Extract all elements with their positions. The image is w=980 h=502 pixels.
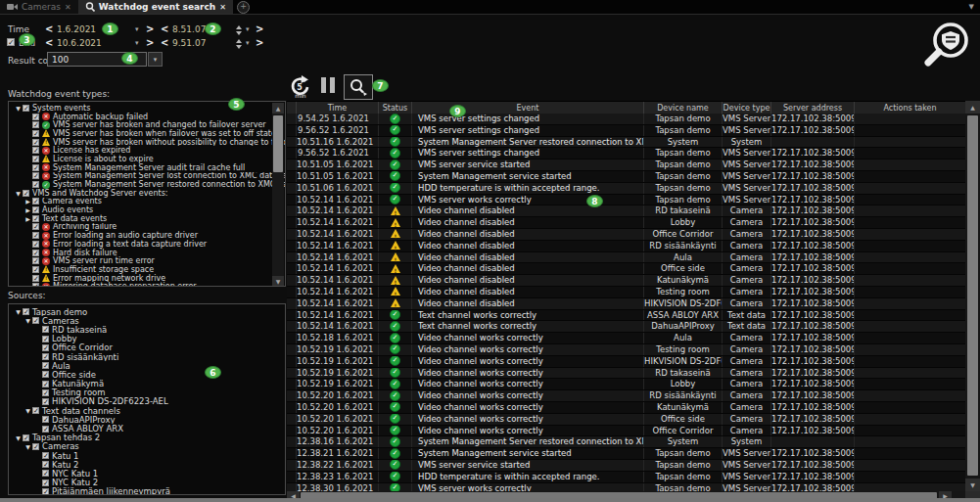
checkbox[interactable]: ✓ [32,147,39,154]
expander-open-icon[interactable]: ▼ [23,443,32,450]
source-item[interactable]: ✓Aula [14,361,285,370]
scroll-up-icon[interactable]: ▲ [272,103,284,114]
source-item[interactable]: ✓RD sisäänkäynti [14,352,285,361]
event-type-item[interactable]: ✓✕Automatic backup failed [14,113,285,121]
tab-cameras-close-icon[interactable]: ✕ [65,3,71,12]
checkbox[interactable]: ✓ [32,275,39,282]
start-time-value[interactable]: 8.51.07 [172,24,206,34]
event-types-scrollbar[interactable]: ▲ ▼ [272,103,284,287]
table-vertical-scrollbar[interactable]: ▲ ▼ [965,101,980,491]
start-time-prev-icon[interactable]: < [161,24,168,34]
expander-open-icon[interactable]: ▼ [14,434,23,441]
column-header-device-type[interactable]: Device type [723,102,771,114]
source-item[interactable]: ✓ASSA ABLOY ARX [14,424,285,433]
checkbox[interactable]: ✓ [32,114,39,120]
checkbox[interactable]: ✓ [42,461,49,468]
table-row[interactable]: 9.54.25 1.6.2021✓VMS server settings cha… [287,114,965,125]
pause-button[interactable] [319,77,337,97]
table-row[interactable]: 10.52.20 1.6.2021✓Video channel works co… [287,390,965,402]
table-row[interactable]: 10.52.19 1.6.2021✓Video channel works co… [287,368,965,380]
column-header-actions-taken[interactable]: Actions taken [855,102,965,114]
column-header-time[interactable]: Time [297,102,379,114]
source-item[interactable]: ▼✓Cameras [14,316,285,325]
checkbox[interactable]: ✓ [32,139,39,146]
event-type-item[interactable]: ✓✕System Management Server audit trail c… [14,163,285,172]
table-row[interactable]: 10.52.14 1.6.2021Video channel disabledR… [287,241,965,252]
column-header-server-address[interactable]: Server address [771,102,855,114]
column-header-event[interactable]: Event [412,102,644,114]
checkbox[interactable]: ✓ [42,488,49,495]
table-row[interactable]: 10.52.14 1.6.2021Video channel disabledT… [287,287,965,298]
expander-closed-icon[interactable]: ▶ [23,215,32,222]
expander-open-icon[interactable]: ▼ [14,105,23,112]
checkbox[interactable]: ✓ [32,443,39,450]
checkbox[interactable]: ✓ [42,470,49,477]
scrollbar-thumb[interactable] [273,115,283,172]
checkbox[interactable]: ✓ [42,362,49,369]
event-type-item[interactable]: ✓✕Error loading an audio capture driver [14,231,285,240]
checkbox[interactable]: ✓ [32,407,39,414]
expander-closed-icon[interactable]: ▶ [23,206,32,213]
checkbox[interactable]: ✓ [42,353,49,360]
source-item[interactable]: ✓DahuaAPIProxy [14,415,285,424]
event-type-item[interactable]: ✓License is about to expire [14,155,285,163]
table-row[interactable]: 10.52.14 1.6.2021Video channel disabledH… [287,298,965,310]
event-type-item[interactable]: ✓✕VMS server run time error [14,256,285,265]
column-header-device-name[interactable]: Device name [644,102,723,114]
checkbox[interactable]: ✓ [42,426,49,433]
source-item[interactable]: ✓Office Corridor [14,343,285,352]
table-row[interactable]: 10.52.20 1.6.2021✓Video channel works co… [287,426,965,437]
checkbox[interactable]: ✓ [42,336,49,342]
table-row[interactable]: 10.52.19 1.6.2021✓Video channel works co… [287,356,965,368]
table-row[interactable]: 10.52.14 1.6.2021✓Text channel works cor… [287,310,965,322]
scroll-down-icon[interactable]: ▼ [272,276,284,287]
event-type-item[interactable]: ✓✓VMS server has broken and changed to f… [14,120,285,129]
start-time-spinner[interactable] [236,25,242,35]
checkbox[interactable]: ✓ [32,198,39,205]
checkbox[interactable]: ✓ [32,164,39,171]
source-item[interactable]: ✓Lobby [14,335,285,343]
start-time-dropdown-icon[interactable]: ▾ [246,25,250,33]
expander-open-icon[interactable]: ▼ [23,317,32,324]
table-row[interactable]: 10.52.14 1.6.2021Video channel disabledK… [287,275,965,287]
expander-closed-icon[interactable]: ▶ [23,198,32,205]
end-time-value[interactable]: 9.51.07 [172,38,206,48]
table-row[interactable]: 10.52.14 1.6.2021Video channel disabledA… [287,252,965,264]
search-button[interactable] [344,74,373,100]
checkbox[interactable]: ✓ [23,105,29,112]
event-type-item[interactable]: ✓✕Error loading a text data capture driv… [14,240,285,249]
event-type-item[interactable]: ▶✓Audio events [14,205,285,214]
source-item[interactable]: ✓RD takaseinä [14,325,285,334]
table-row[interactable]: 10.52.14 1.6.2021Video channel disabledR… [287,205,965,217]
checkbox[interactable]: ✓ [32,232,39,239]
start-time-next-icon[interactable]: > [256,24,263,34]
checkbox[interactable]: ✓ [32,172,39,179]
event-type-item[interactable]: ▶✓Camera events [14,198,285,206]
table-row[interactable]: 12.38.21 1.6.2021✓System Management serv… [287,448,965,460]
scroll-up-icon[interactable]: ▲ [965,101,980,114]
source-item[interactable]: ✓Katu 2 [14,460,285,469]
table-row[interactable]: 10.51.16 1.6.2021✓System Management Serv… [287,137,965,149]
expander-open-icon[interactable]: ▼ [23,407,32,414]
event-type-item[interactable]: ▼✓VMS and Watchdog Server events: [14,189,285,198]
source-item[interactable]: ✓Testing room [14,388,285,397]
new-tab-button[interactable]: + [237,1,250,14]
source-item[interactable]: ▼✓Text data channels [14,406,285,415]
source-item[interactable]: ✓Katu 1 [14,451,285,460]
tab-watchdog-event-search[interactable]: Watchdog event search ✕ [78,0,233,14]
column-header-status[interactable]: Status [379,102,412,114]
event-type-item[interactable]: ✓VMS server has broken without possibili… [14,138,285,147]
table-row[interactable]: 10.51.06 1.6.2021✓HDD temperature is wit… [287,183,965,195]
end-date-prev-icon[interactable]: < [45,38,53,48]
end-time-spinner[interactable] [236,39,242,49]
scroll-down-icon[interactable]: ▼ [965,479,980,491]
expander-open-icon[interactable]: ▼ [14,308,23,315]
end-checkbox[interactable]: ✓ [7,38,15,46]
table-row[interactable]: 9.56.52 1.6.2021✓VMS server settings cha… [287,125,965,137]
source-item[interactable]: ✓HIKVISION DS-2DF6223-AEL [14,397,285,406]
checkbox[interactable]: ✓ [32,206,39,213]
end-time-next-icon[interactable]: > [256,38,263,48]
result-count-dropdown-button[interactable]: ▾ [148,52,163,67]
checkbox[interactable]: ✓ [42,398,49,405]
event-type-item[interactable]: ▶✓Text data events [14,214,285,223]
